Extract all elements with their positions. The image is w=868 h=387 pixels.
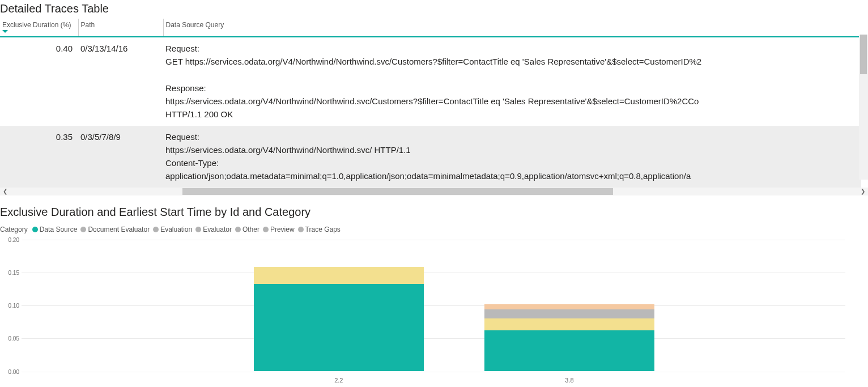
- legend-dot-icon: [195, 227, 201, 232]
- y-tick-label: 0.00: [2, 368, 19, 375]
- cell-exclusive-duration: 0.40: [0, 37, 78, 126]
- legend-item[interactable]: Other: [235, 226, 259, 233]
- cell-data-source-query: Request: https://services.odata.org/V4/N…: [163, 126, 861, 188]
- col-header-data-source-query[interactable]: Data Source Query: [163, 19, 861, 37]
- legend-item[interactable]: Evaluator: [195, 226, 232, 233]
- legend-label: Category: [0, 226, 28, 233]
- legend-item[interactable]: Evaluation: [153, 226, 192, 233]
- gridline: [22, 338, 845, 339]
- sort-desc-icon: [2, 30, 8, 33]
- table-row[interactable]: 0.350/3/5/7/8/9Request: https://services…: [0, 126, 861, 188]
- y-tick-label: 0.20: [2, 236, 19, 243]
- horizontal-scroll-thumb[interactable]: [182, 188, 613, 195]
- legend-dot-icon: [263, 227, 269, 232]
- legend-item-label: Preview: [270, 226, 295, 233]
- table-row[interactable]: 0.400/3/13/14/16Request: GET https://ser…: [0, 37, 861, 126]
- col-header-exclusive-duration[interactable]: Exclusive Duration (%): [0, 19, 78, 37]
- bar[interactable]: [254, 240, 424, 372]
- col-header-label: Exclusive Duration (%): [2, 21, 71, 29]
- traces-table-title: Detailed Traces Table: [0, 0, 868, 19]
- bar-segment-data-source: [254, 284, 424, 372]
- bar[interactable]: [484, 240, 654, 372]
- bar-segment-other: [484, 304, 654, 309]
- table-header-row: Exclusive Duration (%) Path Data Source …: [0, 19, 861, 37]
- gridline: [22, 305, 845, 306]
- legend-item-label: Data Source: [40, 226, 78, 233]
- col-header-label: Data Source Query: [166, 21, 224, 29]
- traces-table: Exclusive Duration (%) Path Data Source …: [0, 19, 868, 188]
- legend-dot-icon: [235, 227, 241, 232]
- chart-plot-area: 0.000.050.100.150.20 2.23.8: [22, 240, 845, 385]
- vertical-scroll-thumb[interactable]: [860, 35, 867, 74]
- gridline: [22, 240, 845, 240]
- x-tick-label: 2.2: [334, 377, 343, 384]
- cell-path: 0/3/5/7/8/9: [78, 126, 163, 188]
- legend-item-label: Trace Gaps: [305, 226, 341, 233]
- cell-exclusive-duration: 0.35: [0, 126, 78, 188]
- legend-item[interactable]: Document Evaluator: [80, 226, 150, 233]
- legend-item-label: Evaluation: [160, 226, 192, 233]
- chart-legend: Category Data SourceDocument EvaluatorEv…: [0, 222, 868, 240]
- chart-title: Exclusive Duration and Earliest Start Ti…: [0, 203, 868, 222]
- y-tick-label: 0.10: [2, 303, 19, 309]
- legend-item[interactable]: Preview: [263, 226, 295, 233]
- legend-dot-icon: [298, 227, 304, 232]
- bar-segment-preview: [254, 267, 424, 283]
- legend-item-label: Other: [242, 226, 259, 233]
- x-tick-label: 3.8: [565, 377, 573, 384]
- legend-dot-icon: [32, 227, 38, 232]
- gridline: [22, 273, 845, 273]
- cell-path: 0/3/13/14/16: [78, 37, 163, 126]
- bar-segment-preview: [484, 318, 654, 330]
- y-tick-label: 0.15: [2, 269, 19, 275]
- col-header-label: Path: [81, 21, 95, 29]
- legend-dot-icon: [153, 227, 159, 232]
- cell-data-source-query: Request: GET https://services.odata.org/…: [163, 37, 861, 126]
- bar-segment-data-source: [484, 330, 654, 371]
- vertical-scrollbar[interactable]: [859, 35, 868, 180]
- gridline: [22, 372, 845, 372]
- legend-item[interactable]: Data Source: [32, 226, 78, 233]
- legend-item[interactable]: Trace Gaps: [298, 226, 341, 233]
- bar-segment-evaluator: [484, 309, 654, 318]
- y-tick-label: 0.05: [2, 335, 19, 342]
- scroll-right-icon[interactable]: ❯: [859, 188, 867, 195]
- horizontal-scrollbar[interactable]: ❮ ❯: [0, 188, 868, 195]
- col-header-path[interactable]: Path: [78, 19, 163, 37]
- legend-dot-icon: [80, 227, 86, 232]
- legend-item-label: Document Evaluator: [88, 226, 150, 233]
- legend-item-label: Evaluator: [203, 226, 232, 233]
- scroll-left-icon[interactable]: ❮: [1, 188, 9, 195]
